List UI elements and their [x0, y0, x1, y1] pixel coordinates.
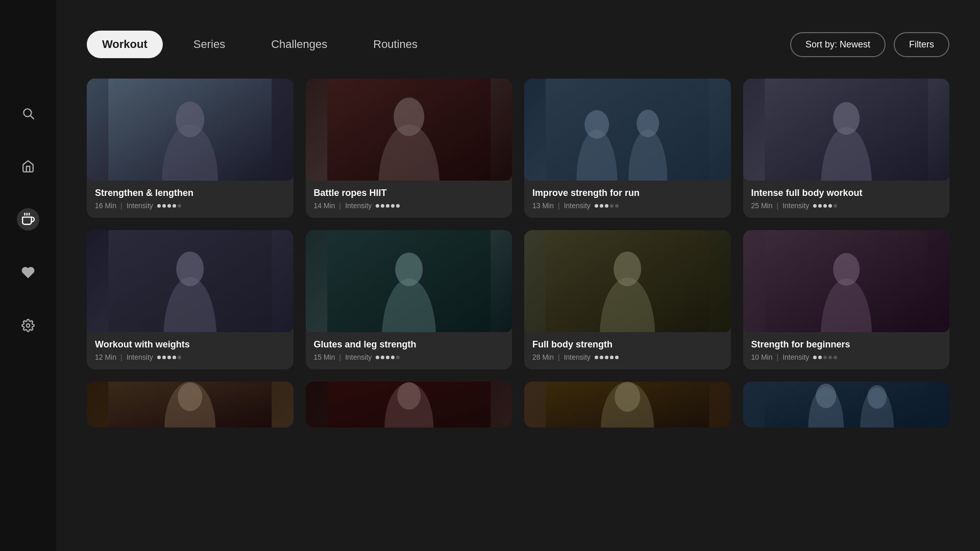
workout-card-2[interactable]: Battle ropes HIIT 14 Min | Intensity [306, 79, 512, 218]
workout-info-7: Full body strength 28 Min | Intensity [524, 332, 731, 369]
workout-info-1: Strengthen & lengthen 16 Min | Intensity [87, 181, 293, 218]
dot [828, 204, 832, 208]
workout-title-5: Workout with weights [95, 339, 285, 350]
workout-card-5[interactable]: Workout with weights 12 Min | Intensity [87, 230, 293, 369]
workout-card-10[interactable] [306, 382, 512, 428]
workout-card-8[interactable]: Strength for beginners 10 Min | Intensit… [743, 230, 950, 369]
intensity-dots-4 [813, 204, 837, 208]
dot [173, 204, 176, 208]
intensity-label-6: Intensity [345, 353, 372, 361]
svg-point-28 [614, 252, 641, 286]
heart-icon[interactable] [17, 261, 39, 284]
workout-card-4[interactable]: Intense full body workout 25 Min | Inten… [743, 79, 950, 218]
workout-card-1[interactable]: Strengthen & lengthen 16 Min | Intensity [87, 79, 293, 218]
settings-icon[interactable] [17, 314, 39, 337]
workout-card-3[interactable]: Improve strength for run 13 Min | Intens… [524, 79, 731, 218]
workout-card-12[interactable] [743, 382, 950, 428]
dot-empty [396, 356, 400, 359]
svg-point-14 [584, 110, 609, 139]
main-content: Workout Series Challenges Routines Sort … [56, 0, 980, 551]
search-icon[interactable] [17, 102, 39, 124]
workout-meta-8: 10 Min | Intensity [751, 353, 942, 361]
dot [595, 356, 598, 359]
sidebar [0, 0, 56, 551]
workout-thumbnail-2 [306, 79, 512, 181]
dot [376, 204, 379, 208]
svg-rect-12 [546, 79, 709, 181]
intensity-label-3: Intensity [564, 202, 591, 210]
workout-title-7: Full body strength [532, 339, 723, 350]
dot-empty [834, 356, 837, 359]
tabs-left: Workout Series Challenges Routines [87, 31, 433, 58]
svg-line-1 [31, 116, 34, 119]
home-icon[interactable] [17, 155, 39, 178]
separator-4: | [777, 202, 779, 210]
workout-info-3: Improve strength for run 13 Min | Intens… [524, 181, 731, 218]
workout-thumbnail-5 [87, 230, 293, 332]
tab-series[interactable]: Series [178, 31, 240, 58]
workout-duration-3: 13 Min [532, 202, 554, 210]
workout-icon[interactable] [17, 208, 39, 231]
separator-5: | [120, 353, 122, 361]
workout-duration-5: 12 Min [95, 353, 116, 361]
tab-workout[interactable]: Workout [87, 31, 163, 58]
intensity-dots-6 [376, 356, 400, 359]
workout-info-2: Battle ropes HIIT 14 Min | Intensity [306, 181, 512, 218]
workout-meta-1: 16 Min | Intensity [95, 202, 285, 210]
nav-tabs: Workout Series Challenges Routines Sort … [87, 31, 949, 58]
intensity-dots-5 [157, 356, 181, 359]
dot [818, 356, 822, 359]
dot [813, 356, 817, 359]
dot [173, 356, 176, 359]
dot [167, 204, 171, 208]
dot [386, 204, 389, 208]
dot-empty [834, 204, 837, 208]
dot [595, 204, 598, 208]
workout-thumbnail-8 [743, 230, 950, 332]
svg-point-25 [395, 253, 423, 286]
workout-card-9[interactable] [87, 382, 293, 428]
tab-routines[interactable]: Routines [358, 31, 433, 58]
svg-point-8 [176, 102, 204, 137]
intensity-label-4: Intensity [782, 202, 809, 210]
workout-card-11[interactable] [524, 382, 731, 428]
separator-3: | [558, 202, 560, 210]
sort-button[interactable]: Sort by: Newest [790, 32, 886, 57]
workout-thumbnail-7 [524, 230, 731, 332]
tab-challenges[interactable]: Challenges [256, 31, 342, 58]
workout-title-6: Glutes and leg strength [314, 339, 504, 350]
separator-1: | [120, 202, 122, 210]
dot [391, 356, 395, 359]
intensity-dots-1 [157, 204, 181, 208]
dot-empty [823, 356, 827, 359]
svg-point-40 [615, 382, 640, 412]
dot [381, 356, 384, 359]
workout-title-4: Intense full body workout [751, 188, 942, 198]
intensity-dots-7 [595, 356, 619, 359]
workout-duration-6: 15 Min [314, 353, 335, 361]
workout-duration-1: 16 Min [95, 202, 116, 210]
dot [813, 204, 817, 208]
workout-meta-4: 25 Min | Intensity [751, 202, 942, 210]
dot [381, 204, 384, 208]
dot [823, 204, 827, 208]
workout-card-7[interactable]: Full body strength 28 Min | Intensity [524, 230, 731, 369]
separator-8: | [777, 353, 779, 361]
workout-card-6[interactable]: Glutes and leg strength 15 Min | Intensi… [306, 230, 512, 369]
dot [605, 356, 608, 359]
workout-grid-row3-partial [87, 382, 949, 428]
dot [162, 204, 166, 208]
dot-empty [610, 204, 614, 208]
dot-empty [178, 356, 181, 359]
intensity-label-2: Intensity [345, 202, 372, 210]
dot [600, 356, 603, 359]
workout-grid-row1: Strengthen & lengthen 16 Min | Intensity [87, 79, 949, 218]
intensity-label-8: Intensity [782, 353, 809, 361]
workout-meta-2: 14 Min | Intensity [314, 202, 504, 210]
intensity-dots-2 [376, 204, 400, 208]
filters-button[interactable]: Filters [894, 32, 949, 57]
workout-grid-row2: Workout with weights 12 Min | Intensity [87, 230, 949, 369]
workout-duration-2: 14 Min [314, 202, 335, 210]
workout-thumbnail-1 [87, 79, 293, 181]
dot [157, 204, 161, 208]
